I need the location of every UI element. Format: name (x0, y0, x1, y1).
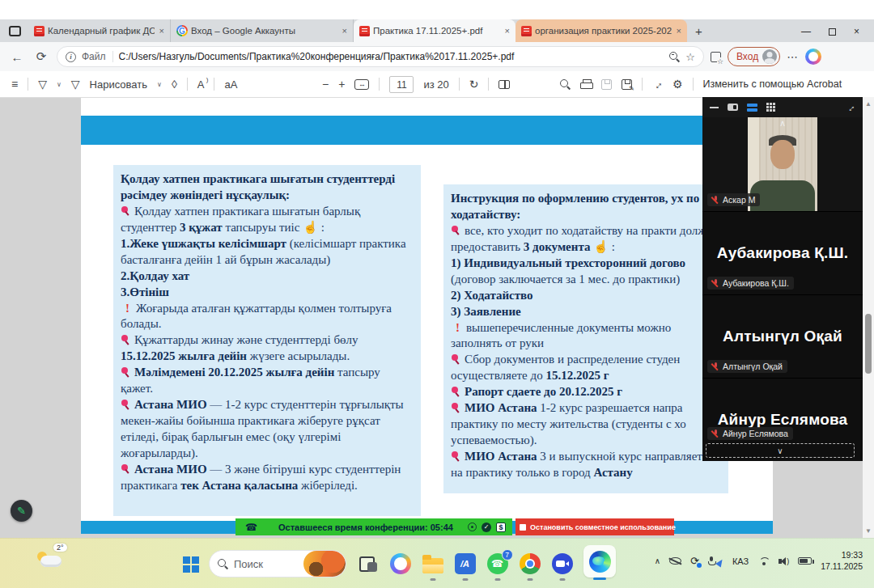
copilot-button[interactable] (389, 553, 411, 575)
speaker-icon[interactable]: ) (779, 557, 789, 565)
browser-tab[interactable]: Календарный график ДОТ 2025-× (28, 19, 171, 42)
task-view-button[interactable] (357, 553, 379, 575)
a-app-button[interactable]: /A (454, 553, 476, 575)
pin-icon (121, 206, 130, 216)
draw-pen-icon[interactable]: ▽ (71, 78, 80, 91)
window-icon[interactable] (9, 26, 21, 36)
draw-dropdown-icon[interactable]: ∨ (157, 81, 162, 88)
edit-with-acrobat-button[interactable]: Изменить с помощью Acrobat (703, 78, 842, 90)
annotate-pen-button[interactable]: ✎ (11, 500, 32, 522)
browser-tab[interactable]: Вход – Google Аккаунты× (171, 19, 354, 42)
battery-icon[interactable] (798, 557, 812, 565)
mic-muted-icon (712, 429, 719, 438)
back-icon[interactable]: ← (8, 50, 26, 64)
zoom-out-icon[interactable]: − (322, 78, 329, 91)
save-as-icon[interactable]: ✎ (622, 79, 632, 90)
folder-icon (422, 558, 443, 573)
participant-label-text: Айнур Еслямова (723, 429, 788, 438)
grid-view-icon[interactable] (766, 103, 769, 105)
maximize-button[interactable] (829, 28, 836, 36)
new-tab-button[interactable]: + (695, 24, 702, 38)
tray-time: 19:33 (842, 550, 863, 561)
collapse-video-icon[interactable]: ∧ (779, 118, 786, 129)
hidden-icons-icon[interactable] (669, 557, 681, 565)
show-more-participants-button[interactable]: ∨ (706, 443, 855, 458)
language-indicator[interactable]: КАЗ (732, 556, 749, 566)
dollar-icon[interactable]: $ (496, 522, 506, 532)
tab-close-icon[interactable]: × (677, 26, 681, 36)
fullscreen-icon[interactable]: ↔ (650, 76, 666, 92)
zoom-search-icon[interactable] (669, 52, 680, 62)
read-aloud-icon[interactable]: A (197, 78, 205, 91)
edge-button[interactable] (583, 545, 616, 577)
slide-paragraph: 1) Индивидуальный трехсторонний догово (… (451, 256, 721, 288)
tab-close-icon[interactable]: × (505, 26, 510, 36)
speaker-view-icon[interactable] (728, 104, 738, 111)
wifi-icon[interactable] (757, 556, 770, 565)
file-explorer-button[interactable] (422, 553, 443, 575)
minimize-button[interactable]: — (801, 26, 811, 37)
collections-icon[interactable] (711, 52, 721, 62)
weather-widget[interactable]: 2° (37, 548, 70, 573)
contents-icon[interactable]: ≡ (11, 78, 18, 91)
browser-tab[interactable]: организация практики 2025-202× (515, 19, 687, 42)
save-icon (601, 79, 612, 90)
task-view-icon (359, 556, 377, 572)
tray-chevron-icon[interactable]: ∧ (655, 556, 660, 565)
tab-close-icon[interactable]: × (342, 26, 347, 36)
refresh-icon[interactable]: ⟳ (32, 49, 50, 64)
tab-bar: Календарный график ДОТ 2025-×Вход – Goog… (28, 19, 687, 42)
more-menu-icon[interactable]: ⋯ (787, 50, 799, 63)
address-bar[interactable]: i Файл C:/Users/Назгуль/Documents/Практи… (57, 46, 704, 67)
whatsapp-button[interactable]: ☎ 7 (486, 553, 508, 575)
zoom-in-icon[interactable]: + (338, 78, 345, 91)
page-view-icon[interactable] (499, 80, 510, 89)
page-number-input[interactable]: 11 (389, 76, 414, 93)
clock[interactable]: 19:33 17.11.2025 (821, 550, 863, 572)
a-app-icon: /A (455, 553, 476, 574)
slide-paragraph: Мәлімдемені 20.12.2025 жылға дейін тапсы… (121, 365, 414, 397)
eraser-icon[interactable]: ◊ (172, 78, 177, 91)
signin-button[interactable]: Вход (728, 47, 780, 66)
start-button[interactable] (183, 556, 190, 564)
record-icon[interactable] (468, 522, 477, 531)
rotate-icon[interactable]: ↻ (469, 78, 479, 91)
phone-icon: ☎ (245, 522, 257, 533)
minimize-panel-icon[interactable] (710, 107, 719, 108)
tab-title: Вход – Google Аккаунты (191, 26, 337, 36)
highlighter-dropdown-icon[interactable]: ∨ (57, 81, 62, 88)
translate-icon[interactable]: аА (224, 78, 237, 91)
address-bar-row: ← ⟳ i Файл C:/Users/Назгуль/Documents/Пр… (0, 42, 874, 71)
scrollbar-thumb[interactable] (865, 314, 872, 374)
expand-panel-icon[interactable]: ↔ (843, 99, 858, 114)
close-button[interactable]: × (854, 26, 859, 37)
search-box[interactable]: Поиск (209, 550, 346, 577)
favorite-star-icon[interactable]: ☆ (685, 51, 695, 63)
highlighter-icon[interactable]: ▽ (38, 78, 47, 91)
url-text[interactable]: C:/Users/Назгуль/Documents/Практика%20ко… (119, 51, 664, 62)
search-highlight-image[interactable] (303, 551, 346, 577)
active-speaker-tile[interactable]: ∧ Аскар М (702, 117, 863, 211)
check-icon[interactable]: ✓ (482, 522, 491, 532)
draw-label[interactable]: Нарисовать (90, 78, 147, 91)
mic-location-icons[interactable] (708, 556, 723, 566)
settings-gear-icon[interactable]: ⚙ (672, 78, 683, 91)
fit-width-icon[interactable]: ↔ (354, 79, 369, 90)
stop-sharing-bar[interactable]: Остановить совместное использование (515, 518, 674, 535)
sync-icon[interactable]: ⟳ (690, 555, 699, 567)
browser-tab[interactable]: Практика 17.11.2025+.pdf× (354, 19, 515, 42)
search-icon[interactable] (560, 79, 571, 90)
copilot-icon[interactable] (805, 49, 821, 65)
chrome-button[interactable] (519, 553, 541, 575)
scroll-down-icon[interactable]: ▼ (863, 527, 874, 535)
text-run: 3 құжат (180, 221, 223, 234)
print-icon[interactable] (580, 79, 592, 89)
scroll-up-icon[interactable]: ▲ (863, 100, 874, 108)
zoom-button[interactable] (551, 553, 573, 575)
slide-paragraph: 1.Жеке үшжақты келісімшарт (келісімшарт … (121, 236, 414, 269)
stacked-view-icon[interactable] (747, 104, 757, 112)
info-icon[interactable]: i (66, 52, 76, 62)
scrollbar[interactable]: ▲ ▼ (863, 97, 874, 538)
tab-close-icon[interactable]: × (159, 26, 164, 36)
text-run: 3 документа (524, 240, 591, 253)
